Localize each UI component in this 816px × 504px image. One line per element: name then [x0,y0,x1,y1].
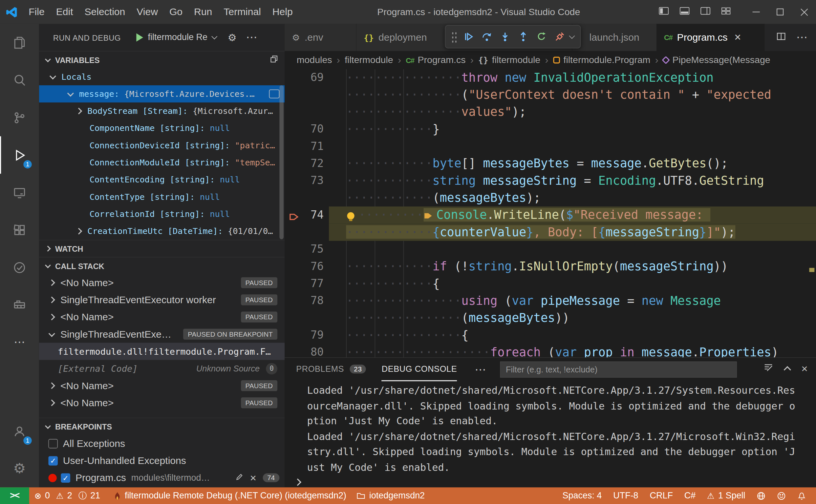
folder-status[interactable]: iotedgemsdn2 [351,487,430,504]
menu-edit[interactable]: Edit [50,0,79,24]
close-panel-icon[interactable]: × [801,363,807,374]
toggle-secondary-sidebar-icon[interactable] [701,7,710,17]
network-status[interactable] [751,487,771,504]
menu-terminal[interactable]: Terminal [218,0,267,24]
collapse-all-icon[interactable] [269,54,278,65]
code-line[interactable]: 74·········Console.WriteLine($"Received … [284,206,816,223]
launch-config-dropdown[interactable]: filtermodule Re [148,32,216,43]
edit-breakpoint-icon[interactable] [235,472,243,484]
code-editor[interactable]: 69················throw new InvalidOpera… [284,69,816,357]
code-line[interactable]: 80····················foreach (var prop … [284,344,816,357]
callstack-frame[interactable]: filtermodule.dll!filtermodule.Program.F… [39,343,284,360]
step-out-button[interactable] [514,26,532,47]
callstack-thread[interactable]: <No Name>PAUSED [39,377,284,394]
editor-more-actions-icon[interactable]: ⋯ [796,32,808,43]
code-line[interactable]: 77············{ [284,275,816,292]
configure-gear-icon[interactable]: ⚙ [228,31,237,43]
notifications-status[interactable] [791,487,812,504]
callstack-thread[interactable]: SingleThreadEventExecutor workerPAUSED [39,291,284,308]
encoding-status[interactable]: UTF-8 [608,487,644,504]
chevron-right-icon[interactable] [49,297,55,303]
breakpoint-row[interactable]: ✓User-Unhandled Exceptions [39,452,284,469]
restart-button[interactable] [533,26,551,47]
remove-breakpoint-icon[interactable]: × [250,472,256,483]
remote-explorer-icon[interactable] [0,174,39,211]
menu-selection[interactable]: Selection [79,0,131,24]
code-line[interactable]: 69················throw new InvalidOpera… [284,69,816,86]
indentation-status[interactable]: Spaces: 4 [557,487,608,504]
variables-section-header[interactable]: VARIABLES [39,51,284,68]
variable-row[interactable]: ComponentName [string]: null [39,120,284,137]
variable-row[interactable]: ContentEncoding [string]: null [39,171,284,188]
tab-launch-json[interactable]: launch.json [573,24,657,51]
code-line[interactable]: 72············byte[] messageBytes = mess… [284,155,816,172]
views-more-icon[interactable]: ⋯ [246,32,257,43]
maximize-button[interactable] [768,0,792,24]
accounts-icon[interactable]: 1 [0,412,39,450]
step-over-button[interactable] [478,26,496,47]
variable-row[interactable]: ConnectionModuleId [string]: "tempSe… [39,154,284,171]
close-tab-icon[interactable]: × [734,31,741,44]
variable-row[interactable]: CreationTimeUtc [DateTime]: {01/01/0… [39,222,284,240]
disconnect-button[interactable] [551,26,569,47]
code-line[interactable]: 71 [284,138,816,155]
callstack-thread[interactable]: <No Name>PAUSED [39,274,284,291]
extensions-icon[interactable] [0,211,39,249]
breadcrumb-item[interactable]: {}filtermodule [478,54,540,65]
code-line[interactable]: ················values"); [284,103,816,120]
explorer-icon[interactable] [0,24,39,61]
minimize-button[interactable] [744,0,768,24]
debug-console-output[interactable]: Loaded '/usr/share/dotnet/shared/Microso… [284,381,816,487]
chevron-right-icon[interactable] [49,382,55,389]
breakpoint-checkbox[interactable]: ✓ [61,473,70,483]
tab-program-cs[interactable]: C#Program.cs× [657,24,765,51]
code-line[interactable]: ············{counterValue}, Body: [{mess… [284,224,816,241]
eol-status[interactable]: CRLF [644,487,679,504]
breadcrumb-item[interactable]: filtermodule.Program [553,54,651,65]
settings-gear-icon[interactable]: ⚙ [0,450,39,487]
chevron-right-icon[interactable] [49,279,55,286]
code-line[interactable]: ················(messageBytes)) [284,309,816,326]
variable-row[interactable]: CorrelationId [string]: null [39,205,284,222]
split-editor-icon[interactable] [777,32,786,43]
close-button[interactable] [792,0,816,24]
more-views-icon[interactable]: ⋯ [0,324,39,361]
binary-view-icon[interactable] [269,90,280,98]
code-line[interactable]: 73············string messageString = Enc… [284,172,816,189]
docker-icon[interactable] [0,286,39,324]
breakpoint-checkbox[interactable]: ✓ [48,456,58,465]
menu-help[interactable]: Help [266,0,298,24]
variable-row[interactable]: BodyStream [Stream]: {Microsoft.Azur… [39,102,284,119]
chevron-right-icon[interactable] [75,108,82,114]
debug-session-status[interactable]: filtermodule Remote Debug (.NET Core) (i… [108,487,351,504]
breadcrumb-item[interactable]: modules [297,54,332,65]
menu-view[interactable]: View [131,0,164,24]
chevron-right-icon[interactable] [49,314,55,320]
code-line[interactable]: ············(messageBytes); [284,189,816,206]
breakpoints-section-header[interactable]: BREAKPOINTS [39,418,284,435]
breadcrumb-item[interactable]: PipeMessage(Message [663,54,770,65]
variable-row[interactable]: ContentType [string]: null [39,188,284,205]
chevron-down-icon[interactable] [67,90,74,96]
watch-section-header[interactable]: WATCH [39,240,284,257]
chevron-down-icon[interactable] [50,73,56,79]
sidebar-scrollbar[interactable] [279,85,283,239]
code-line[interactable]: 78················using (var pipeMessage… [284,292,816,309]
callstack-thread[interactable]: <No Name>PAUSED [39,394,284,411]
remote-indicator[interactable]: >< [0,487,29,504]
feedback-status[interactable] [771,487,792,504]
code-line[interactable]: 75 [284,241,816,258]
continue-button[interactable] [460,26,478,47]
breakpoint-checkbox[interactable] [48,439,58,448]
step-into-button[interactable] [496,26,514,47]
callstack-thread[interactable]: SingleThreadEventExe…PAUSED ON BREAKPOIN… [39,325,284,343]
tab--env[interactable]: ⚙.env [284,24,356,51]
run-and-debug-icon[interactable]: 1 [0,136,39,174]
start-debug-icon[interactable] [136,33,143,41]
debug-console-input[interactable] [295,475,806,487]
call-stack-section-header[interactable]: CALL STACK [39,257,284,274]
problems-status[interactable]: ⊗0 ⚠2 ⓘ21 [29,487,108,504]
variable-row[interactable]: Locals [39,68,284,85]
test-explorer-icon[interactable] [0,249,39,286]
variable-row[interactable]: message: {Microsoft.Azure.Devices.… [39,85,284,102]
